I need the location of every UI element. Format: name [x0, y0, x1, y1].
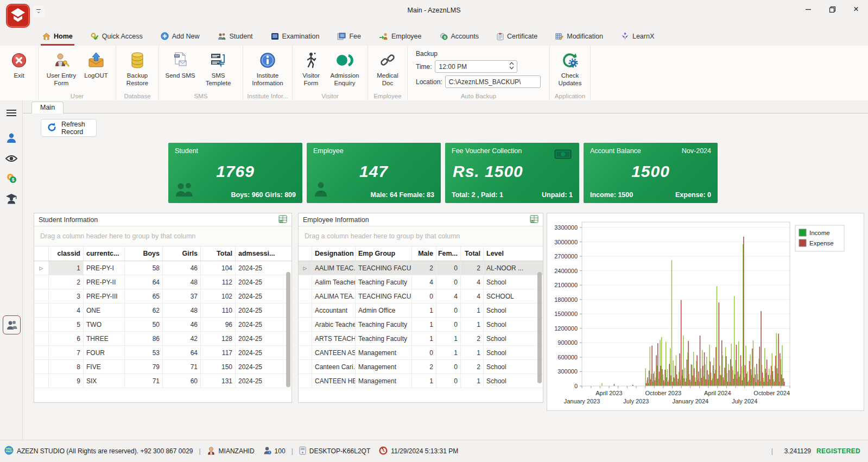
row-expander-icon[interactable]: [299, 275, 312, 289]
tab-certificate[interactable]: Certificate: [495, 30, 539, 46]
user-icon: [207, 446, 216, 457]
table-row[interactable]: Aalim TeacherTeaching Faculty404School: [299, 275, 543, 289]
table-row[interactable]: Canteen Cari...Management202School: [299, 360, 543, 374]
restore-button[interactable]: [820, 0, 844, 18]
table-row[interactable]: CANTEEN HE...Management101School: [299, 374, 543, 388]
table-row[interactable]: AccountantAdmin Office101School: [299, 303, 543, 318]
student-grid-scrollbar[interactable]: [286, 272, 290, 387]
medical-doc-button[interactable]: Medical Doc: [372, 49, 403, 88]
hamburger-menu-icon[interactable]: [0, 104, 23, 122]
column-header[interactable]: [34, 246, 49, 261]
row-expander-icon[interactable]: [34, 303, 49, 317]
column-header[interactable]: Emp Group: [356, 246, 412, 261]
table-cell: 1: [461, 346, 484, 359]
column-header[interactable]: Fem...: [436, 246, 461, 261]
column-header[interactable]: Total: [461, 246, 484, 261]
tab-add-new[interactable]: Add New: [159, 30, 201, 46]
table-row[interactable]: 4ONE62481102024-25: [34, 303, 292, 318]
minimize-button[interactable]: [796, 0, 820, 18]
column-header[interactable]: Designation: [312, 246, 356, 261]
column-header[interactable]: Boys: [125, 246, 163, 261]
table-row[interactable]: Arabic TeacherTeaching Faculty101School: [299, 318, 543, 332]
tab-learnx[interactable]: LearnX: [619, 30, 656, 46]
row-expander-icon[interactable]: ▷: [34, 261, 49, 275]
exit-button[interactable]: Exit: [9, 49, 29, 81]
backup-time-select[interactable]: 12:00 PM: [435, 60, 517, 73]
row-expander-icon[interactable]: [34, 318, 49, 331]
tab-fee[interactable]: Fee: [335, 30, 363, 46]
row-expander-icon[interactable]: ▷: [299, 261, 312, 275]
row-expander-icon[interactable]: [299, 289, 312, 303]
institute-information-button[interactable]: Institute Information: [247, 49, 288, 88]
table-row[interactable]: ▷1PRE-PY-I58461042024-25: [34, 261, 292, 275]
table-row[interactable]: 7FOUR53641172024-25: [34, 346, 292, 360]
export-xls-icon[interactable]: XLS: [530, 215, 538, 225]
svg-text:1800000: 1800000: [554, 296, 578, 303]
sms-template-button[interactable]: SMS Templete: [198, 49, 239, 88]
svg-text:3000000: 3000000: [554, 239, 578, 245]
admission-enquiry-button[interactable]: Admission Enquiry: [326, 49, 364, 88]
table-row[interactable]: 6THREE86421282024-25: [34, 332, 292, 346]
tab-examination[interactable]: Examination: [269, 30, 321, 46]
tab-employee[interactable]: Employee: [377, 30, 423, 46]
column-header[interactable]: classid: [49, 246, 84, 261]
row-expander-icon[interactable]: [299, 332, 312, 345]
row-expander-icon[interactable]: [34, 374, 49, 388]
row-expander-icon[interactable]: [299, 374, 312, 388]
logout-button[interactable]: LogOUT: [80, 49, 112, 81]
row-expander-icon[interactable]: [34, 346, 49, 359]
employee-grid-scrollbar[interactable]: [537, 272, 542, 383]
row-expander-icon[interactable]: [299, 303, 312, 317]
table-row[interactable]: ARTS TEACH...Teaching Faculty112School: [299, 332, 543, 346]
svg-text:XLS: XLS: [530, 220, 535, 223]
logout-icon: [87, 50, 105, 70]
column-header[interactable]: Total: [201, 246, 236, 261]
table-row[interactable]: 9SIX71601312024-25: [34, 374, 292, 388]
table-cell: 112: [201, 275, 236, 289]
tab-modification[interactable]: Modification: [554, 30, 605, 46]
backup-location-input[interactable]: C:\AzeznLMS_BACKUP\: [445, 75, 541, 88]
table-row[interactable]: ▷AALIM TEAC...TEACHING FACUL...202AL-NOO…: [299, 261, 543, 275]
row-expander-icon[interactable]: [34, 332, 49, 345]
close-button[interactable]: ×: [844, 0, 868, 18]
row-expander-icon[interactable]: [299, 360, 312, 374]
table-cell: 9: [49, 374, 84, 388]
sidebar-people-button[interactable]: [3, 315, 21, 334]
sidebar-graduate-icon[interactable]: [0, 189, 23, 208]
table-cell: 2024-25: [236, 303, 292, 317]
send-sms-button[interactable]: TXT Send SMS: [163, 49, 198, 81]
sidebar-eye-icon[interactable]: [0, 149, 23, 168]
table-row[interactable]: 2PRE-PY-II64481122024-25: [34, 275, 292, 289]
column-header[interactable]: currentc...: [84, 246, 125, 261]
backup-restore-button[interactable]: Backup Restore: [120, 49, 155, 88]
column-header[interactable]: Male: [412, 246, 436, 261]
column-header[interactable]: [299, 246, 312, 261]
visitor-form-button[interactable]: Visitor Form: [296, 49, 326, 88]
spinner-icon[interactable]: [509, 61, 514, 72]
column-header[interactable]: Level: [484, 246, 543, 261]
tab-main-document[interactable]: Main: [31, 102, 64, 113]
table-row[interactable]: 5TWO5046962024-25: [34, 318, 292, 332]
refresh-record-button[interactable]: Refresh Record: [41, 119, 97, 137]
sidebar-user-icon[interactable]: [0, 129, 23, 147]
row-expander-icon[interactable]: [299, 346, 312, 359]
export-xls-icon[interactable]: XLS: [278, 215, 287, 225]
row-expander-icon[interactable]: [299, 318, 312, 331]
tab-accounts[interactable]: $ Accounts: [438, 30, 480, 46]
table-row[interactable]: AALIMA TEA...TEACHING FACUL...044SCHOOL: [299, 289, 543, 303]
sidebar-coins-icon[interactable]: €$: [0, 169, 23, 187]
column-header[interactable]: Girls: [163, 246, 201, 261]
row-expander-icon[interactable]: [34, 275, 49, 289]
column-header[interactable]: admsessi...: [236, 246, 292, 261]
table-row[interactable]: 3PRE-PY-III65371022024-25: [34, 289, 292, 303]
table-row[interactable]: CANTEEN AS...Management011School: [299, 346, 543, 360]
tab-home[interactable]: Home: [41, 30, 74, 46]
user-entry-form-button[interactable]: User Entry Form: [42, 49, 80, 88]
tab-quick-access[interactable]: Quick Access: [89, 30, 144, 46]
check-updates-button[interactable]: Check Updates: [554, 49, 586, 88]
tab-student[interactable]: Student: [216, 30, 255, 46]
row-expander-icon[interactable]: [34, 360, 49, 374]
row-expander-icon[interactable]: [34, 289, 49, 303]
svg-text:i: i: [269, 451, 269, 454]
table-row[interactable]: 8FIVE79711502024-25: [34, 360, 292, 374]
